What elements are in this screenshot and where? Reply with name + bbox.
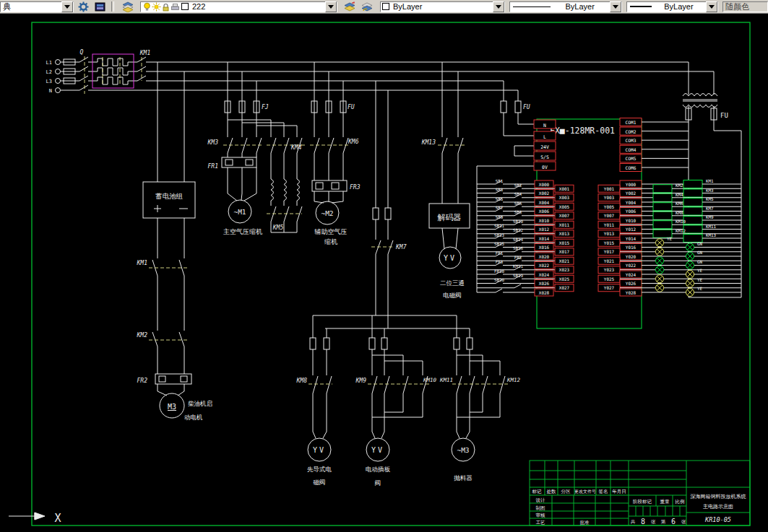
printer-icon[interactable] [171, 2, 180, 12]
device-label: FR10 [494, 269, 504, 274]
svg-text:KM4: KM4 [290, 144, 302, 151]
make-layer-current-button[interactable] [343, 1, 357, 12]
device-label: 24V [540, 144, 549, 150]
device-label: X017 [559, 249, 570, 254]
device-label: SB9 [496, 215, 504, 219]
svg-text:年月日: 年月日 [612, 489, 626, 494]
svg-text:FR2: FR2 [137, 378, 148, 384]
device-label: FR3 [496, 260, 504, 264]
gear-icon [78, 1, 89, 12]
contactor-coil [683, 189, 702, 197]
plot-style-combo[interactable]: 随颜色 [722, 1, 768, 12]
svg-text:处数: 处数 [547, 489, 557, 494]
svg-text:KM2: KM2 [137, 332, 148, 339]
device-label: X020 [539, 254, 550, 259]
device-label: SB3 [496, 188, 504, 192]
linetype-control-combo[interactable]: ByLayer [509, 1, 622, 12]
device-label: YE [667, 237, 672, 241]
device-label: SB12 [513, 228, 523, 232]
layer-properties-button[interactable] [93, 1, 107, 12]
current-color-swatch [382, 3, 389, 10]
device-label: X000 [539, 182, 550, 187]
device-label: SB6 [514, 201, 522, 206]
contactor-coil [683, 207, 702, 215]
device-label: COM4 [626, 147, 637, 152]
device-label: KM9 [706, 215, 714, 219]
layer-previous-button[interactable] [360, 1, 374, 12]
svg-text:YV: YV [371, 446, 384, 454]
device-label: 0V [542, 165, 548, 170]
device-label: Y000 [626, 182, 637, 187]
device-label: Y002 [626, 191, 637, 196]
device-label: Y014 [626, 236, 637, 241]
contactor-coil [653, 185, 672, 193]
lock-icon[interactable] [161, 2, 171, 12]
svg-text:缩机: 缩机 [324, 238, 337, 245]
device-label: X010 [539, 218, 550, 223]
device-label: KM12 [676, 229, 686, 233]
contactor-coil [653, 193, 672, 201]
workspace-combo[interactable]: 典 [0, 1, 74, 12]
layer-dropdown-arrow[interactable] [325, 1, 337, 12]
device-label: Y017 [604, 249, 615, 254]
workspace-settings-button[interactable] [77, 1, 90, 12]
color-control-combo[interactable]: ByLayer [380, 1, 505, 12]
color-dropdown-arrow[interactable] [493, 1, 504, 12]
svg-text:动电机: 动电机 [184, 414, 203, 421]
device-label: X023 [559, 267, 570, 272]
device-label: X022 [539, 263, 550, 268]
device-label: KM4 [676, 193, 683, 197]
svg-text:KM8: KM8 [296, 378, 308, 384]
device-label: Y005 [604, 204, 615, 209]
motor-m3-label: M3 [168, 403, 176, 411]
device-label: Y013 [604, 231, 615, 236]
svg-text:KM12: KM12 [506, 377, 521, 383]
device-label: X007 [559, 213, 570, 218]
drawing-number: KR10-05 [704, 516, 731, 523]
svg-text:电磁阀: 电磁阀 [443, 292, 462, 299]
device-label: X004 [539, 200, 550, 205]
device-label: GN [697, 250, 702, 255]
sun-freeze-icon[interactable] [152, 2, 161, 12]
plot-style-value: 随颜色 [723, 1, 767, 12]
workspace-value: 典 [1, 1, 61, 12]
svg-text:KM1: KM1 [137, 260, 147, 266]
sheet-number-value: 6 [671, 518, 676, 526]
svg-text:阶段标记: 阶段标记 [633, 499, 652, 505]
lineweight-dropdown-arrow[interactable] [706, 1, 717, 12]
svg-text:张: 张 [681, 519, 686, 525]
layer-control-combo[interactable]: 222 [140, 1, 337, 12]
device-label: KM11 [706, 224, 716, 229]
workspace-dropdown-arrow[interactable] [61, 1, 73, 12]
lineweight-control-combo[interactable]: ByLayer [626, 1, 719, 12]
svg-text:电动插板: 电动插板 [366, 466, 391, 473]
device-label: X024 [539, 272, 550, 277]
cad-drawing-canvas[interactable]: L1 L2 L3 N Q KM1 蓄电池组 KM1 KM2 FR2 M3 柴油机… [0, 0, 768, 532]
device-label: X001 [559, 186, 570, 191]
device-label: Y003 [604, 195, 615, 200]
linetype-value: ByLayer [551, 2, 610, 11]
device-label: X028 [539, 290, 550, 295]
layers-dialog-button[interactable] [121, 1, 134, 12]
device-label: COM3 [626, 138, 637, 143]
device-label: Y010 [626, 218, 637, 223]
device-label: SB20 [494, 278, 504, 282]
contactor-coil [683, 217, 702, 224]
svg-text:KM6: KM6 [348, 139, 359, 145]
device-label: X013 [559, 231, 570, 236]
device-label: X021 [559, 258, 570, 263]
breaker-label: Q [80, 49, 84, 56]
device-label: SB4 [514, 192, 522, 196]
device-label: KM7 [706, 206, 714, 211]
device-label: KM11 [513, 264, 523, 269]
phase-label: L2 [46, 69, 52, 75]
device-label: Y007 [604, 213, 615, 218]
linetype-dropdown-arrow[interactable] [610, 1, 621, 12]
device-label: FR2 [514, 256, 522, 260]
ucs-x-axis-label: X [54, 512, 61, 525]
lightbulb-icon[interactable] [142, 2, 152, 12]
device-label: X027 [559, 285, 570, 290]
device-label: N [543, 123, 546, 128]
layer-color-swatch[interactable] [181, 3, 189, 10]
plc-model-title: FX■-128MR-001 [550, 126, 615, 136]
